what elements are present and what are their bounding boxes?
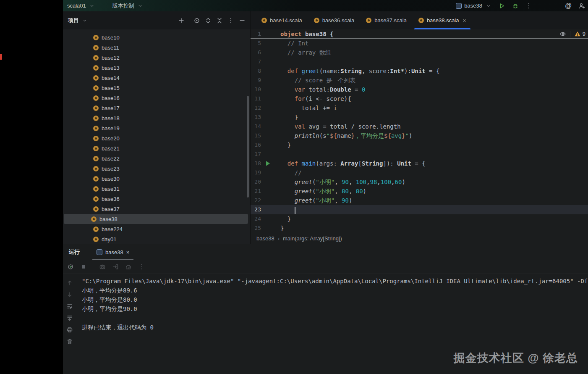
- tree-item-base23[interactable]: base23: [63, 163, 250, 174]
- code-line-7[interactable]: 7: [251, 57, 588, 66]
- editor: 1 object base38 { 9 5 // Int 6: [251, 29, 588, 244]
- tab-label: base36.scala: [322, 17, 355, 24]
- tree-item-base21[interactable]: base21: [63, 143, 250, 153]
- editor-tab-base36.scala[interactable]: base36.scala: [308, 11, 361, 29]
- code-line-17[interactable]: 17: [251, 150, 588, 159]
- stop-icon[interactable]: [80, 263, 87, 271]
- hide-icon[interactable]: [238, 17, 246, 24]
- more-icon[interactable]: [227, 17, 235, 24]
- scala-object-icon: [91, 216, 97, 222]
- code-line-18[interactable]: 18 def main(args: Array[String]): Unit =…: [251, 159, 588, 168]
- tree-item-base31[interactable]: base31: [63, 184, 250, 194]
- code-line-5[interactable]: 5 // Int: [251, 39, 588, 48]
- code-line-8[interactable]: 8 def greet(name:String, score:Int*):Uni…: [251, 66, 588, 76]
- print-icon[interactable]: [66, 326, 73, 334]
- breadcrumb-item[interactable]: main(args: Array[String]): [283, 235, 342, 242]
- console-line: "C:\Program Files\Java\jdk-17\bin\java.e…: [82, 277, 588, 286]
- tree-item-base12[interactable]: base12: [63, 53, 250, 63]
- code-line-16[interactable]: 16 }: [251, 140, 588, 150]
- tree-item-base30[interactable]: base30: [63, 174, 250, 184]
- tree-item-label: base19: [102, 125, 120, 132]
- tree-item-base18[interactable]: base18: [63, 113, 250, 123]
- tree-item-base14[interactable]: base14: [63, 73, 250, 83]
- editor-tab-base38.scala[interactable]: base38.scala ×: [413, 11, 472, 29]
- code-line-6[interactable]: 6 // array 数组: [251, 48, 588, 57]
- editor-tab-base14.scala[interactable]: base14.scala: [256, 11, 308, 29]
- code-line-10[interactable]: 10 var total:Double = 0: [251, 85, 588, 94]
- code-line-21[interactable]: 21 greet("小明", 80, 80): [251, 187, 588, 196]
- line-number: 14: [251, 122, 261, 131]
- more-options-button[interactable]: [525, 2, 533, 10]
- code-text: greet("小明", 80, 80): [280, 187, 366, 196]
- warnings-badge[interactable]: 9: [574, 30, 585, 38]
- code-line-25[interactable]: 25 }: [251, 224, 588, 233]
- close-icon[interactable]: ×: [463, 17, 466, 24]
- code-text: println(s"${name}，平均分是${avg}"): [280, 131, 413, 140]
- add-user-icon[interactable]: [578, 2, 585, 10]
- project-panel-title[interactable]: 项目: [68, 17, 89, 24]
- code-line-13[interactable]: 13 }: [251, 113, 588, 122]
- code-line-19[interactable]: 19 //: [251, 168, 588, 177]
- tree-item-base20[interactable]: base20: [63, 133, 250, 143]
- line-number: 19: [251, 168, 261, 177]
- tree-item-base10[interactable]: base10: [63, 32, 250, 42]
- tree-item-base37[interactable]: base37: [63, 204, 250, 214]
- code-line-23[interactable]: 23: [251, 205, 588, 214]
- more-icon[interactable]: [138, 263, 145, 271]
- code-line-14[interactable]: 14 val avg = total / score.length: [251, 122, 588, 131]
- arrow-up-icon[interactable]: [66, 279, 73, 287]
- tree-item-base22[interactable]: base22: [63, 153, 250, 163]
- tree-item-base16[interactable]: base16: [63, 93, 250, 103]
- rerun-icon[interactable]: [67, 263, 74, 271]
- ai-assistant-icon[interactable]: @: [564, 2, 572, 10]
- code-line-12[interactable]: 12 total += i: [251, 103, 588, 113]
- code-line-24[interactable]: 24 }: [251, 214, 588, 224]
- camera-icon[interactable]: [99, 263, 106, 271]
- locate-icon[interactable]: [193, 17, 201, 24]
- code-line-20[interactable]: 20 greet("小明", 90, 100,98,100,60): [251, 177, 588, 187]
- run-tab[interactable]: base38 ×: [92, 244, 133, 260]
- scala-object-icon: [93, 65, 99, 71]
- scala-object-icon: [93, 105, 99, 111]
- clear-icon[interactable]: [66, 338, 73, 345]
- editor-tab-base37.scala[interactable]: base37.scala: [360, 11, 413, 29]
- tree-item-base17[interactable]: base17: [63, 103, 250, 113]
- code-line-15[interactable]: 15 println(s"${name}，平均分是${avg}"): [251, 131, 588, 140]
- breadcrumb-item[interactable]: base38: [256, 235, 274, 242]
- line-number: 12: [251, 103, 261, 113]
- code-line-11[interactable]: 11 for(i <- score){: [251, 94, 588, 103]
- scala-object-icon: [93, 45, 99, 50]
- add-icon[interactable]: [178, 17, 185, 24]
- inspection-eye-icon[interactable]: [559, 30, 567, 38]
- code-text: greet("小明", 90): [280, 196, 352, 205]
- soft-wrap-icon[interactable]: [66, 303, 73, 310]
- close-icon[interactable]: ×: [126, 249, 130, 255]
- vcs-widget[interactable]: 版本控制: [110, 0, 146, 11]
- project-widget[interactable]: scala01: [63, 0, 98, 11]
- debug-button[interactable]: [512, 2, 519, 10]
- tree-item-base13[interactable]: base13: [63, 63, 250, 73]
- tree-item-base38[interactable]: base38: [64, 214, 248, 224]
- run-button[interactable]: [498, 2, 506, 10]
- tree-item-base15[interactable]: base15: [63, 83, 250, 93]
- code-area[interactable]: 5 // Int 6 // array 数组 7 8 def greet(nam…: [251, 39, 588, 233]
- text-cursor: [295, 207, 295, 214]
- tree-item-base11[interactable]: base11: [63, 42, 250, 53]
- import-icon[interactable]: [112, 263, 119, 271]
- tree-item-base36[interactable]: base36: [63, 194, 250, 204]
- arrow-down-icon[interactable]: [66, 291, 73, 298]
- tree-item-day01[interactable]: day01: [63, 234, 250, 244]
- code-line-22[interactable]: 22 greet("小明", 90): [251, 196, 588, 205]
- gauge-icon[interactable]: [125, 263, 132, 271]
- run-gutter-icon[interactable]: [266, 161, 270, 166]
- tree-item-base19[interactable]: base19: [63, 123, 250, 133]
- collapse-all-icon[interactable]: [216, 17, 223, 24]
- sticky-line[interactable]: 1 object base38 { 9: [251, 29, 588, 39]
- run-config-selector[interactable]: base38: [456, 2, 492, 10]
- scroll-end-icon[interactable]: [66, 314, 73, 322]
- code-line-9[interactable]: 9 // score 是一个列表: [251, 76, 588, 85]
- tree-item-base224[interactable]: base224: [63, 224, 250, 234]
- console-line: 小明，平均分是90.0: [82, 304, 588, 313]
- tree-scrollbar[interactable]: [247, 96, 249, 198]
- expand-all-icon[interactable]: [204, 17, 212, 24]
